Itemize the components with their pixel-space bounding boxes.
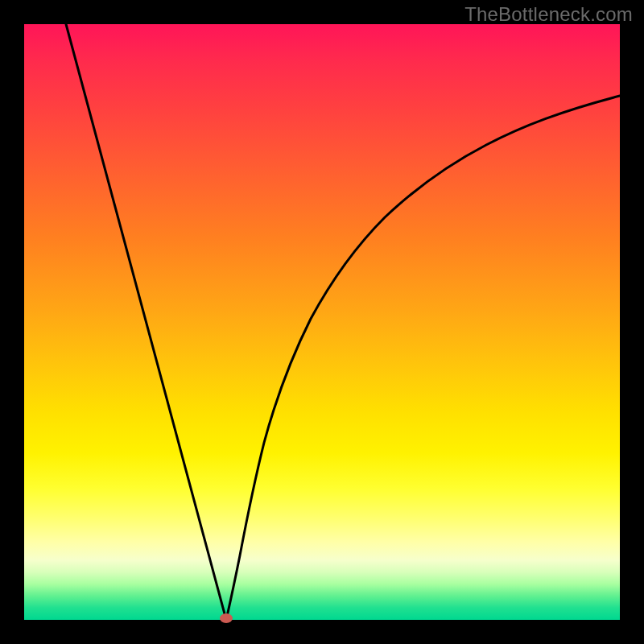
chart-frame: TheBottleneck.com: [0, 0, 644, 644]
curve-left-branch: [66, 24, 226, 620]
plot-area: [24, 24, 620, 620]
minimum-marker: [220, 613, 233, 623]
watermark-label: TheBottleneck.com: [464, 3, 633, 26]
curve-right-branch: [226, 96, 620, 620]
bottleneck-curve: [24, 24, 620, 620]
